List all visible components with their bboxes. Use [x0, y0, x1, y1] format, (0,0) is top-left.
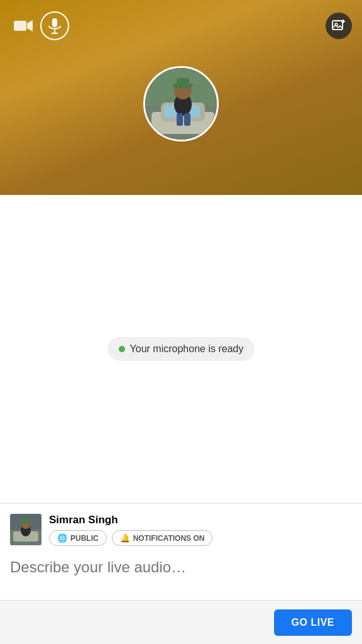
svg-rect-18: [177, 78, 189, 87]
microphone-button[interactable]: [40, 11, 69, 40]
user-info: Simran Singh 🌐 PUBLIC 🔔 NOTIFICATIONS ON: [49, 514, 212, 546]
avatar-svg: [145, 68, 217, 140]
mic-ready-badge: Your microphone is ready: [107, 337, 255, 361]
notifications-label: NOTIFICATIONS ON: [133, 534, 205, 543]
privacy-label: PUBLIC: [70, 534, 99, 543]
camera-icon: [14, 19, 33, 33]
svg-rect-19: [177, 113, 183, 126]
svg-rect-20: [184, 113, 190, 126]
user-name: Simran Singh: [49, 514, 212, 526]
mic-ready-text: Your microphone is ready: [130, 343, 244, 355]
privacy-badge[interactable]: 🌐 PUBLIC: [49, 530, 107, 546]
user-avatar-circle: [143, 66, 219, 142]
toolbar: [0, 11, 362, 40]
add-photo-icon: [331, 18, 346, 33]
svg-marker-1: [27, 20, 33, 31]
green-status-dot: [119, 346, 125, 352]
go-live-button[interactable]: GO LIVE: [274, 609, 352, 636]
middle-section: Your microphone is ready: [0, 195, 362, 503]
footer-bar: GO LIVE: [0, 600, 362, 644]
avatar-image: [145, 68, 217, 140]
toolbar-left: [13, 11, 69, 40]
add-photo-button[interactable]: [326, 13, 352, 39]
svg-rect-2: [52, 18, 57, 27]
top-preview-section: [0, 0, 362, 195]
user-row: Simran Singh 🌐 PUBLIC 🔔 NOTIFICATIONS ON: [10, 514, 352, 546]
camera-icon-button[interactable]: [13, 15, 34, 36]
badges-row: 🌐 PUBLIC 🔔 NOTIFICATIONS ON: [49, 530, 212, 546]
user-thumbnail: [10, 514, 41, 545]
bottom-section: Simran Singh 🌐 PUBLIC 🔔 NOTIFICATIONS ON: [0, 503, 362, 586]
description-input[interactable]: [10, 553, 352, 586]
globe-icon: 🌐: [57, 533, 67, 543]
microphone-icon: [48, 18, 62, 34]
thumbnail-svg: [10, 514, 41, 545]
bell-icon: 🔔: [120, 533, 130, 543]
svg-rect-0: [14, 21, 26, 31]
svg-rect-27: [23, 518, 28, 522]
notifications-badge[interactable]: 🔔 NOTIFICATIONS ON: [112, 530, 213, 546]
